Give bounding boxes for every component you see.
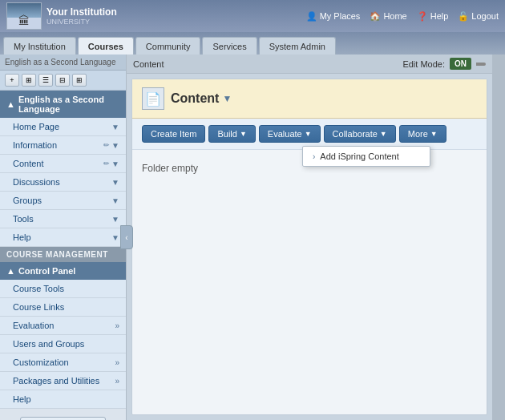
content-title: Content ▼ (171, 91, 232, 106)
home-link[interactable]: 🏠 Home (370, 11, 406, 22)
cp-item-users-and-groups[interactable]: Users and Groups (0, 335, 126, 353)
title-dropdown-icon[interactable]: ▼ (222, 93, 232, 104)
tab-community[interactable]: Community (135, 37, 201, 55)
sidebar-add-button[interactable]: + (5, 74, 19, 87)
institution-logo (6, 2, 42, 30)
edit-icon: ✏ (103, 160, 110, 168)
add-ispring-content-item[interactable]: › Add iSpring Content (303, 147, 430, 166)
collaborate-dropdown-arrow: ▼ (380, 130, 387, 138)
logo-area: Your Institution UNIVERSITY (6, 2, 117, 30)
edit-mode-off[interactable] (476, 63, 486, 66)
tab-system-admin[interactable]: System Admin (259, 37, 336, 55)
top-bar: Your Institution UNIVERSITY 👤 My Places … (0, 0, 505, 32)
more-dropdown-arrow: ▼ (430, 130, 438, 138)
tab-my-institution[interactable]: My Institution (3, 37, 76, 55)
sidebar-collapse-button[interactable]: ⊟ (55, 74, 70, 87)
sidebar-course-header: ▲ English as a Second Language (0, 91, 126, 118)
sidebar-container: English as a Second Language + ⊞ ☰ ⊟ ⊞ ▲… (0, 55, 127, 420)
content-panel: 📄 Content ▼ Create Item Build ▼ Evaluate… (131, 79, 487, 415)
create-item-button[interactable]: Create Item (142, 125, 205, 143)
sidebar-item-content[interactable]: Content ✏ ▼ (0, 155, 126, 173)
chevron-right-icon: » (115, 377, 119, 386)
cp-item-evaluation[interactable]: Evaluation » (0, 317, 126, 335)
logout-link[interactable]: 🔓 Logout (458, 11, 499, 22)
more-button[interactable]: More ▼ (399, 125, 446, 143)
chevron-down-icon: ▼ (111, 215, 119, 224)
cp-item-packages-utilities[interactable]: Packages and Utilities » (0, 372, 126, 390)
tab-courses[interactable]: Courses (78, 37, 134, 55)
build-button[interactable]: Build ▼ (208, 125, 255, 143)
home-icon: 🏠 (370, 11, 381, 22)
sidebar-item-tools[interactable]: Tools ▼ (0, 210, 126, 228)
sidebar-grid-button[interactable]: ⊞ (22, 74, 36, 87)
chevron-right-icon: » (115, 358, 119, 367)
chevron-down-icon: ▼ (111, 160, 119, 168)
control-panel-icon: ▲ (6, 266, 15, 276)
sidebar-expand-button[interactable]: ⊞ (72, 74, 87, 87)
sidebar-list-button[interactable]: ☰ (38, 74, 53, 87)
sidebar-breadcrumb: English as a Second Language (0, 55, 126, 71)
sidebar-item-information[interactable]: Information ✏ ▼ (0, 136, 126, 155)
chevron-down-icon: ▼ (111, 233, 119, 242)
dropdown-arrow-icon: › (313, 152, 315, 161)
institution-name: Your Institution UNIVERSITY (46, 6, 117, 26)
cp-item-help[interactable]: Help (0, 390, 126, 409)
content-folder-icon: 📄 (142, 87, 164, 110)
logout-icon: 🔓 (458, 11, 469, 22)
main-content: Content Edit Mode: ON 📄 Content ▼ Create (127, 55, 492, 420)
cp-item-customization[interactable]: Customization » (0, 353, 126, 372)
chevron-down-icon: ▼ (111, 178, 119, 187)
cp-item-course-links[interactable]: Course Links (0, 298, 126, 317)
content-breadcrumb: Content Edit Mode: ON (127, 55, 492, 74)
cp-item-course-tools[interactable]: Course Tools (0, 280, 126, 298)
sidebar-item-groups[interactable]: Groups ▼ (0, 192, 126, 210)
build-dropdown-arrow: ▼ (240, 130, 247, 138)
my-places-link[interactable]: 👤 My Places (306, 11, 361, 22)
chevron-down-icon: ▼ (111, 196, 119, 205)
main-scrollbar[interactable] (492, 55, 505, 420)
collaborate-button[interactable]: Collaborate ▼ (324, 125, 396, 143)
quick-enroll-button[interactable]: Quick Enroll (20, 417, 106, 420)
sidebar-item-home-page[interactable]: Home Page ▼ (0, 118, 126, 136)
content-title-bar: 📄 Content ▼ (132, 79, 487, 119)
main-nav: My Institution Courses Community Service… (0, 32, 505, 55)
sidebar-item-discussions[interactable]: Discussions ▼ (0, 173, 126, 192)
sidebar-header-icon: ▲ (6, 99, 15, 109)
person-icon: 👤 (306, 11, 317, 22)
sidebar-item-help[interactable]: Help ▼ (0, 228, 126, 247)
chevron-right-icon: » (115, 321, 119, 330)
edit-icon: ✏ (103, 141, 110, 149)
help-icon: ❓ (417, 11, 428, 22)
course-management-label: COURSE MANAGEMENT (0, 247, 126, 262)
more-dropdown-menu: › Add iSpring Content (302, 146, 430, 167)
chevron-down-icon: ▼ (111, 141, 119, 150)
evaluate-button[interactable]: Evaluate ▼ (259, 125, 321, 143)
edit-mode-on[interactable]: ON (450, 58, 471, 70)
evaluate-dropdown-arrow: ▼ (305, 130, 312, 138)
top-nav-links: 👤 My Places 🏠 Home ❓ Help 🔓 Logout (306, 11, 499, 22)
chevron-down-icon: ▼ (111, 123, 119, 131)
help-link[interactable]: ❓ Help (417, 11, 449, 22)
sidebar-toolbar: + ⊞ ☰ ⊟ ⊞ (0, 71, 126, 91)
action-toolbar: Create Item Build ▼ Evaluate ▼ Collabora… (132, 119, 487, 150)
sidebar-collapse-handle[interactable]: ‹ (120, 225, 133, 249)
edit-mode-toggle: Edit Mode: ON (402, 58, 486, 70)
control-panel-header: ▲ Control Panel (0, 262, 126, 280)
content-wrapper: English as a Second Language + ⊞ ☰ ⊟ ⊞ ▲… (0, 55, 505, 420)
sidebar: English as a Second Language + ⊞ ☰ ⊟ ⊞ ▲… (0, 55, 127, 420)
tab-services[interactable]: Services (202, 37, 257, 55)
